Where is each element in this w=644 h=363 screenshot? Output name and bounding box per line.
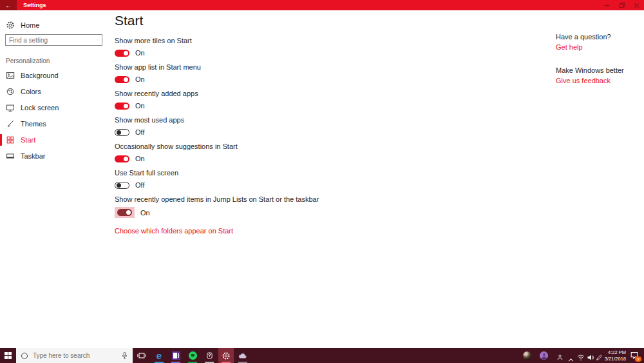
help-question-title: Have a question? xyxy=(556,33,624,41)
toggle-most-used[interactable] xyxy=(115,129,129,136)
page-title: Start xyxy=(115,13,540,28)
monitor-icon xyxy=(6,103,15,112)
person-icon[interactable] xyxy=(556,352,564,363)
start-grid-icon xyxy=(6,135,15,144)
toggle-show-more-tiles[interactable] xyxy=(115,50,129,57)
toggle-state-label: On xyxy=(135,102,145,110)
taskbar: e xyxy=(0,348,644,363)
search-icon xyxy=(97,36,99,44)
sidebar-item-label: Themes xyxy=(21,120,46,128)
taskbar-search-input[interactable] xyxy=(28,351,121,360)
cortana-circle-icon xyxy=(21,353,28,359)
brush-icon xyxy=(6,119,15,128)
lock-app-button[interactable] xyxy=(202,348,217,363)
restore-button[interactable] xyxy=(614,0,629,10)
setting-group: Show more tiles on Start On xyxy=(115,37,540,57)
onenote-app-icon xyxy=(172,351,180,360)
sidebar-item-themes[interactable]: Themes xyxy=(0,117,108,130)
lock-app-icon xyxy=(205,351,214,360)
setting-group: Show recently opened items in Jump Lists… xyxy=(115,195,540,218)
settings-app-button[interactable] xyxy=(218,348,234,363)
sidebar-item-colors[interactable]: Colors xyxy=(0,85,108,98)
taskbar-rect-icon xyxy=(6,152,15,161)
onenote-button[interactable] xyxy=(168,348,184,363)
chevron-up-icon[interactable] xyxy=(568,353,574,363)
toggle-jump-lists[interactable] xyxy=(117,209,132,216)
notification-badge: 3 xyxy=(635,357,641,362)
settings-gear-icon xyxy=(222,351,231,360)
back-arrow-icon: ← xyxy=(5,2,12,9)
edge-button[interactable]: e xyxy=(151,348,167,363)
sidebar-item-taskbar[interactable]: Taskbar xyxy=(0,150,108,162)
user-avatar[interactable] xyxy=(523,351,531,360)
task-view-button[interactable] xyxy=(134,348,149,363)
feedback-title: Make Windows better xyxy=(556,66,624,75)
spotify-icon xyxy=(189,351,197,360)
sidebar-item-lock-screen[interactable]: Lock screen xyxy=(0,101,108,114)
setting-group: Occasionally show suggestions in Start O… xyxy=(115,142,540,163)
minimize-button[interactable] xyxy=(600,0,614,10)
volume-icon[interactable] xyxy=(587,352,594,363)
minimize-icon xyxy=(604,3,610,8)
search-input[interactable] xyxy=(6,37,97,44)
clock-time: 4:22 PM xyxy=(598,349,626,356)
spotify-button[interactable] xyxy=(185,348,200,363)
toggle-full-screen[interactable] xyxy=(115,182,129,189)
find-setting-searchbox[interactable] xyxy=(5,34,102,46)
toggle-state-label: On xyxy=(140,209,150,217)
people-icon[interactable] xyxy=(540,351,548,360)
get-help-link[interactable]: Get help xyxy=(556,43,624,52)
sidebar-item-home[interactable]: Home xyxy=(0,19,108,32)
sidebar-item-label: Background xyxy=(21,72,59,79)
focus-highlight xyxy=(115,207,135,218)
task-view-icon xyxy=(137,351,146,360)
setting-label: Show recently opened items in Jump Lists… xyxy=(115,195,540,204)
setting-label: Show recently added apps xyxy=(115,90,540,98)
back-button[interactable]: ← xyxy=(0,0,17,10)
setting-group: Show app list in Start menu On xyxy=(115,63,540,84)
sidebar-item-label: Start xyxy=(21,136,35,144)
action-center-button[interactable]: 3 xyxy=(630,351,639,360)
toggle-state-label: Off xyxy=(135,128,144,136)
setting-group: Show recently added apps On xyxy=(115,90,540,110)
restore-icon xyxy=(619,3,625,8)
choose-folders-link[interactable]: Choose which folders appear on Start xyxy=(115,227,233,235)
image-icon xyxy=(6,71,15,80)
taskbar-clock[interactable]: 4:22 PM 3/21/2018 xyxy=(598,349,626,362)
toggle-suggestions[interactable] xyxy=(115,155,129,162)
taskbar-searchbox[interactable] xyxy=(16,348,133,363)
sidebar-item-label: Taskbar xyxy=(21,152,46,160)
close-icon xyxy=(634,3,639,8)
setting-label: Occasionally show suggestions in Start xyxy=(115,142,540,151)
sidebar-item-background[interactable]: Background xyxy=(0,69,108,82)
give-feedback-link[interactable]: Give us feedback xyxy=(556,77,624,85)
toggle-state-label: Off xyxy=(135,181,144,189)
toggle-state-label: On xyxy=(135,49,145,57)
toggle-state-label: On xyxy=(135,155,145,162)
gear-icon xyxy=(6,21,15,30)
setting-label: Use Start full screen xyxy=(115,169,540,177)
toggle-state-label: On xyxy=(135,75,145,83)
close-button[interactable] xyxy=(629,0,644,10)
sidebar-item-label: Lock screen xyxy=(21,104,59,112)
setting-label: Show app list in Start menu xyxy=(115,63,540,72)
clock-date: 3/21/2018 xyxy=(598,356,626,362)
setting-label: Show more tiles on Start xyxy=(115,37,540,45)
cloud-app-icon xyxy=(238,352,247,360)
sidebar-item-label: Colors xyxy=(21,88,41,95)
setting-label: Show most used apps xyxy=(115,116,540,124)
sidebar-home-label: Home xyxy=(21,21,39,29)
setting-group: Show most used apps Off xyxy=(115,116,540,137)
cloud-app-button[interactable] xyxy=(235,348,251,363)
start-button[interactable] xyxy=(0,348,16,363)
sidebar-item-start[interactable]: Start xyxy=(0,133,108,146)
titlebar: ← Settings xyxy=(0,0,644,10)
toggle-recently-added[interactable] xyxy=(115,103,129,110)
wifi-icon[interactable] xyxy=(577,352,585,363)
edge-icon: e xyxy=(156,351,162,360)
sidebar-section-header: Personalization xyxy=(6,57,50,64)
window-title: Settings xyxy=(23,0,46,10)
palette-icon xyxy=(6,87,15,96)
microphone-icon[interactable] xyxy=(121,351,128,360)
toggle-show-app-list[interactable] xyxy=(115,76,129,83)
